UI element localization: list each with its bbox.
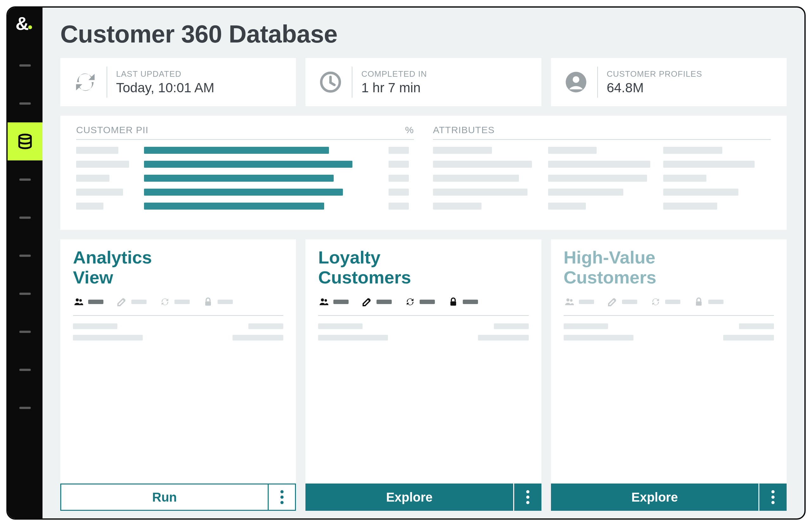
svg-point-9 xyxy=(321,299,324,302)
more-vertical-icon xyxy=(526,490,530,504)
stat-value: 64.8M xyxy=(607,80,702,96)
card-loyalty: Loyalty Customers Explore xyxy=(305,239,541,511)
sidebar-nav-item[interactable] xyxy=(8,160,43,199)
data-panels: CUSTOMER PII % ATTRIBUTES xyxy=(60,116,787,230)
panel-title: ATTRIBUTES xyxy=(433,125,494,135)
svg-point-13 xyxy=(570,299,572,302)
svg-point-10 xyxy=(324,299,327,302)
explore-button[interactable]: Explore xyxy=(305,483,513,511)
svg-point-7 xyxy=(79,299,82,302)
svg-point-2 xyxy=(19,134,31,139)
sidebar-nav-item[interactable] xyxy=(8,351,43,389)
card-menu-button[interactable] xyxy=(759,483,787,511)
sidebar-nav-item[interactable] xyxy=(8,199,43,236)
customer-pii-panel: CUSTOMER PII % xyxy=(76,125,414,227)
card-title: Loyalty Customers xyxy=(318,248,528,287)
sync-icon xyxy=(650,296,661,308)
user-icon xyxy=(564,70,589,94)
stat-customer-profiles: CUSTOMER PROFILES 64.8M xyxy=(551,58,787,106)
svg-point-1 xyxy=(28,25,32,29)
lock-icon xyxy=(693,296,705,308)
svg-text:&: & xyxy=(16,15,29,34)
svg-point-6 xyxy=(76,299,79,302)
users-icon xyxy=(564,296,575,308)
sidebar-nav-item[interactable] xyxy=(8,312,43,351)
panel-pct-label: % xyxy=(405,125,414,135)
sidebar: & xyxy=(8,8,43,518)
users-icon xyxy=(73,296,84,308)
page-title: Customer 360 Database xyxy=(60,20,787,48)
svg-point-12 xyxy=(566,299,569,302)
stat-label: LAST UPDATED xyxy=(116,69,214,79)
sync-icon xyxy=(159,296,171,308)
explore-button[interactable]: Explore xyxy=(551,483,758,511)
more-vertical-icon xyxy=(771,490,774,504)
card-title: Analytics View xyxy=(73,248,283,287)
sidebar-nav-item[interactable] xyxy=(8,84,43,122)
more-vertical-icon xyxy=(280,490,284,504)
brand-logo-icon: & xyxy=(16,15,34,34)
card-status-icons xyxy=(318,296,528,316)
sidebar-nav-item[interactable] xyxy=(8,275,43,312)
edit-icon xyxy=(361,296,373,308)
stat-value: 1 hr 7 min xyxy=(361,80,427,96)
database-icon xyxy=(17,133,33,150)
sidebar-nav-database[interactable] xyxy=(8,122,43,160)
stat-value: Today, 10:01 AM xyxy=(116,80,214,96)
cards-row: Analytics View Run xyxy=(60,239,787,511)
edit-icon xyxy=(116,296,128,308)
stat-label: COMPLETED IN xyxy=(361,69,427,79)
svg-rect-8 xyxy=(205,302,211,306)
card-highvalue: High-Value Customers Explore xyxy=(551,239,787,511)
attributes-panel: ATTRIBUTES xyxy=(433,125,771,227)
stats-row: LAST UPDATED Today, 10:01 AM COMPLETED I… xyxy=(60,58,787,106)
lock-icon xyxy=(448,296,459,308)
svg-point-5 xyxy=(572,76,579,83)
svg-rect-11 xyxy=(450,302,456,306)
clock-icon xyxy=(318,70,343,94)
card-status-icons xyxy=(73,296,283,316)
svg-rect-14 xyxy=(696,302,701,306)
card-menu-button[interactable] xyxy=(269,483,296,511)
edit-icon xyxy=(607,296,618,308)
sidebar-nav-item[interactable] xyxy=(8,389,43,427)
panel-title: CUSTOMER PII xyxy=(76,125,148,135)
sidebar-nav-item[interactable] xyxy=(8,46,43,84)
sync-icon xyxy=(404,296,416,308)
lock-icon xyxy=(202,296,214,308)
refresh-icon xyxy=(73,70,98,94)
run-button[interactable]: Run xyxy=(60,483,269,511)
card-menu-button[interactable] xyxy=(514,483,541,511)
stat-completed-in: COMPLETED IN 1 hr 7 min xyxy=(305,58,541,106)
card-status-icons xyxy=(564,296,774,316)
card-analytics: Analytics View Run xyxy=(60,239,296,511)
stat-last-updated: LAST UPDATED Today, 10:01 AM xyxy=(60,58,296,106)
sidebar-nav-item[interactable] xyxy=(8,236,43,275)
main-content: Customer 360 Database LAST UPDATED Today… xyxy=(43,8,804,518)
stat-label: CUSTOMER PROFILES xyxy=(607,69,702,79)
card-title: High-Value Customers xyxy=(564,248,774,287)
users-icon xyxy=(318,296,330,308)
